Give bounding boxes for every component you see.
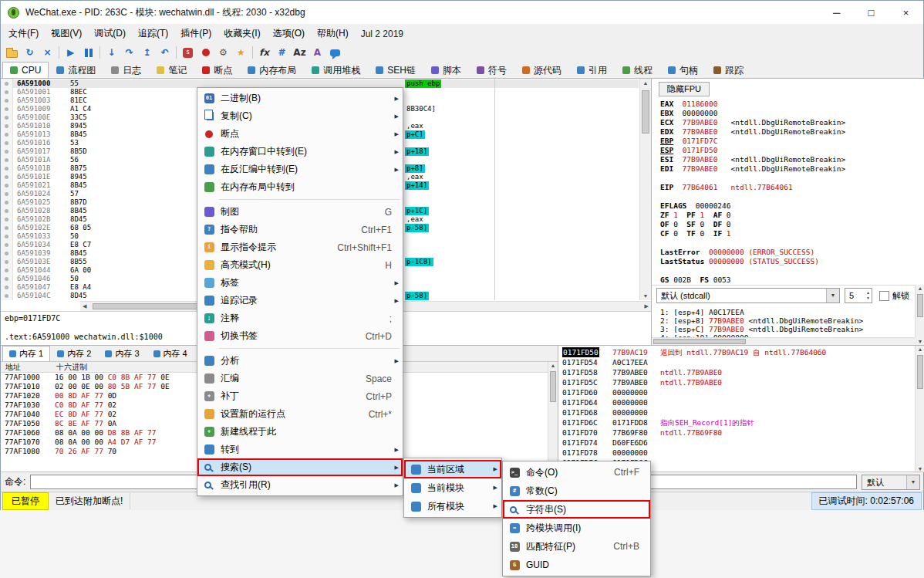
menu-item-current-module[interactable]: 当前模块▶ bbox=[404, 478, 501, 497]
register-line[interactable] bbox=[660, 174, 845, 183]
breakpoint-dot-icon[interactable] bbox=[5, 269, 8, 272]
stack-row[interactable]: 0171FD5077B9AC19返回到 ntdll.77B9AC19 自 ntd… bbox=[558, 347, 915, 357]
menubar-item-0[interactable]: 文件(F) bbox=[2, 24, 45, 43]
breakpoint-dot-icon[interactable] bbox=[5, 277, 8, 281]
register-line[interactable] bbox=[660, 192, 845, 201]
tab-log[interactable]: 日志 bbox=[103, 62, 149, 78]
step-back-button[interactable]: ↶ bbox=[156, 44, 174, 61]
dump-tab-memory-1[interactable]: 内存 1 bbox=[2, 346, 50, 361]
register-line[interactable]: ZF 1 PF 1 AF 0 bbox=[660, 211, 845, 220]
tab-script[interactable]: 脚本 bbox=[423, 62, 469, 78]
breakpoint-dot-icon[interactable] bbox=[5, 252, 8, 255]
tab-breakpoints[interactable]: 断点 bbox=[194, 62, 240, 78]
breakpoint-dot-icon[interactable] bbox=[5, 167, 8, 171]
register-line[interactable]: ESI 77B9ABE0 <ntdll.DbgUiRemoteBreakin> bbox=[660, 155, 845, 164]
argument-line[interactable]: 2: [esp+8] 77B9ABE0 <ntdll.DbgUiRemoteBr… bbox=[660, 316, 863, 325]
tab-notes[interactable]: 笔记 bbox=[149, 62, 194, 78]
dump-tab-memory-4[interactable]: 内存 4 bbox=[147, 346, 194, 361]
argument-line[interactable]: 3: [esp+C] 77B9ABE0 <ntdll.DbgUiRemoteBr… bbox=[660, 325, 863, 333]
favourites-star-button[interactable]: ★ bbox=[232, 44, 250, 61]
menu-item-set-new-origin[interactable]: 设置新的运行点Ctrl+* bbox=[197, 405, 403, 423]
calling-convention-select[interactable]: 默认 (stdcall) ▼ bbox=[656, 288, 840, 303]
menu-item-search[interactable]: 搜索(S)▶ bbox=[197, 458, 403, 476]
tab-threads[interactable]: 线程 bbox=[615, 62, 660, 78]
stack-row[interactable]: 0171FD6800000000 bbox=[558, 407, 915, 417]
register-line[interactable]: EFLAGS 00000246 bbox=[660, 201, 845, 211]
menu-item-analysis[interactable]: 分析▶ bbox=[197, 352, 403, 370]
menubar-item-1[interactable]: 视图(V) bbox=[45, 24, 88, 43]
menu-item-follow-in-dump[interactable]: 在内存窗口中转到(E)▶ bbox=[197, 143, 403, 161]
stack-row[interactable]: 0171FD5877B9ABE0ntdll.77B9ABE0 bbox=[558, 367, 915, 377]
register-line[interactable]: GS 002B FS 0053 bbox=[660, 275, 845, 285]
breakpoint-dot-icon[interactable] bbox=[5, 218, 8, 221]
spin-down-icon[interactable]: ▼ bbox=[866, 296, 870, 300]
register-line[interactable]: EIP 77B64061 ntdll.77B64061 bbox=[660, 183, 845, 192]
register-line[interactable]: OF 0 SF 0 DF 0 bbox=[660, 220, 845, 229]
scroll-up-icon[interactable]: ▲ bbox=[916, 346, 924, 352]
menubar-item-3[interactable]: 追踪(T) bbox=[132, 24, 174, 43]
menu-item-constant[interactable]: #常数(C) bbox=[503, 482, 650, 500]
menu-item-current-region[interactable]: 当前区域▶ bbox=[404, 460, 501, 478]
menu-item-find-references[interactable]: 查找引用(R)▶ bbox=[197, 476, 403, 494]
settings-gear-button[interactable]: ⚙ bbox=[214, 44, 232, 61]
tab-call-stack[interactable]: 调用堆栈 bbox=[304, 62, 368, 78]
dropdown-arrow-icon[interactable]: ▼ bbox=[826, 289, 839, 303]
pause-button[interactable] bbox=[79, 44, 97, 61]
menu-item-toggle-bookmark[interactable]: 切换书签Ctrl+D bbox=[197, 327, 403, 345]
menu-item-instruction-help[interactable]: ?指令帮助Ctrl+F1 bbox=[197, 221, 403, 238]
register-line[interactable]: EDI 77B9ABE0 <ntdll.DbgUiRemoteBreakin> bbox=[660, 164, 845, 174]
breakpoint-dot-icon[interactable] bbox=[5, 116, 8, 120]
dump-tab-memory-3[interactable]: 内存 3 bbox=[98, 346, 146, 361]
breakpoint-dot-icon[interactable] bbox=[5, 209, 8, 213]
menu-item-graph[interactable]: 制图G bbox=[197, 203, 403, 221]
breakpoint-dot-icon[interactable] bbox=[5, 124, 8, 128]
open-file-button[interactable] bbox=[3, 44, 21, 61]
menu-item-follow-in-memory-map[interactable]: 在内存布局中转到 bbox=[197, 178, 403, 196]
command-preset-select[interactable]: 默认 ▼ bbox=[862, 475, 920, 490]
register-line[interactable] bbox=[660, 266, 845, 275]
scroll-up-icon[interactable]: ▲ bbox=[548, 363, 558, 368]
scroll-thumb[interactable] bbox=[653, 339, 746, 344]
breakpoint-dot-icon[interactable] bbox=[5, 150, 8, 154]
scroll-down-icon[interactable]: ▼ bbox=[916, 339, 924, 344]
tab-graph[interactable]: 流程图 bbox=[49, 62, 103, 78]
close-button[interactable]: × bbox=[889, 1, 923, 24]
register-line[interactable]: LastStatus 00000000 (STATUS_SUCCESS) bbox=[660, 257, 845, 266]
breakpoint-dot-icon[interactable] bbox=[5, 184, 8, 188]
menu-item-patch[interactable]: +补丁Ctrl+P bbox=[197, 387, 403, 405]
menu-item-intermodular-calls[interactable]: ↔跨模块调用(I) bbox=[503, 519, 650, 537]
stack-vertical-scrollbar[interactable]: ▲ ▼ bbox=[915, 346, 924, 472]
menu-item-copy[interactable]: 复制(C)▶ bbox=[197, 107, 403, 125]
tab-source[interactable]: 源代码 bbox=[514, 62, 569, 78]
spin-up-icon[interactable]: ▲ bbox=[866, 291, 870, 295]
stack-row[interactable]: 0171FD6400000000 bbox=[558, 397, 915, 407]
run-button[interactable]: ▶ bbox=[62, 44, 79, 61]
menu-item-breakpoint[interactable]: 断点▶ bbox=[197, 125, 403, 143]
menubar-item-2[interactable]: 调试(D) bbox=[88, 24, 132, 43]
register-line[interactable]: ESP 0171FD50 bbox=[660, 146, 845, 155]
menubar-item-5[interactable]: 收藏夹(I) bbox=[218, 24, 266, 43]
scroll-thumb[interactable] bbox=[550, 371, 556, 402]
register-line[interactable]: ECX 77B9ABE0 <ntdll.DbgUiRemoteBreakin> bbox=[660, 118, 845, 127]
register-line[interactable]: EBX 00000000 bbox=[660, 109, 845, 118]
register-line[interactable]: EAX 01186000 bbox=[660, 100, 845, 109]
step-into-button[interactable]: ↓ bbox=[103, 44, 120, 61]
constant-hash-button[interactable]: # bbox=[273, 44, 291, 61]
tab-symbols[interactable]: 符号 bbox=[469, 62, 514, 78]
tab-memory-map[interactable]: 内存布局 bbox=[240, 62, 304, 78]
menu-item-guid[interactable]: GGUID bbox=[503, 556, 650, 574]
menubar-item-4[interactable]: 插件(P) bbox=[174, 24, 218, 43]
scroll-down-icon[interactable]: ▼ bbox=[916, 466, 924, 472]
scroll-thumb[interactable] bbox=[917, 355, 923, 389]
tab-cpu[interactable]: CPU bbox=[2, 62, 49, 78]
unlock-checkbox[interactable] bbox=[879, 291, 889, 301]
stack-row[interactable]: 0171FD7800000000 bbox=[558, 448, 915, 458]
tab-handles[interactable]: 句柄 bbox=[660, 62, 706, 78]
scroll-thumb[interactable] bbox=[642, 90, 649, 134]
minimize-button[interactable]: ─ bbox=[819, 1, 854, 24]
menu-item-show-mnemonic-brief[interactable]: i显示指令提示Ctrl+Shift+F1 bbox=[197, 238, 403, 256]
breakpoint-dot-icon[interactable] bbox=[5, 107, 8, 111]
scroll-up-icon[interactable]: ▲ bbox=[640, 80, 651, 86]
menu-item-pattern[interactable]: 10匹配特征(P)Ctrl+B bbox=[503, 537, 650, 556]
stack-row[interactable]: 0171FD74D60FE6D6 bbox=[558, 438, 915, 448]
